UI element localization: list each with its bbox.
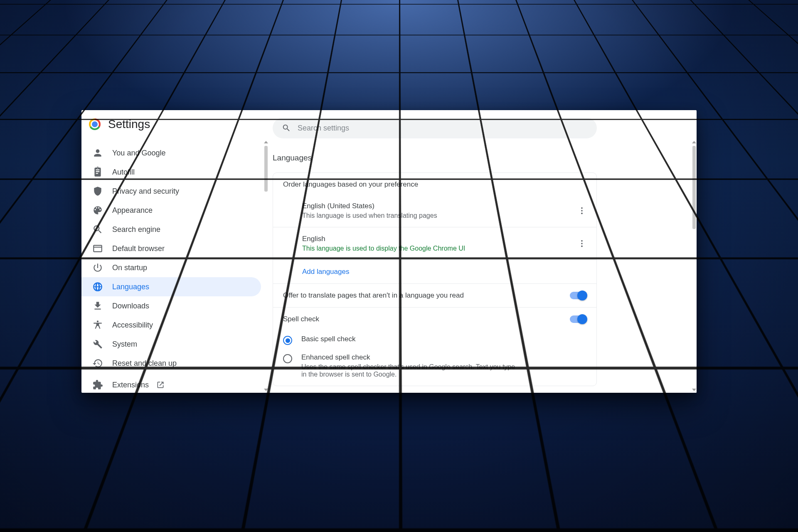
- restore-icon: [92, 358, 103, 369]
- search-settings[interactable]: [273, 118, 597, 138]
- app-brand: Settings: [89, 118, 150, 131]
- add-languages-row[interactable]: Add languages: [273, 260, 596, 283]
- language-row-0: English (United States) This language is…: [273, 196, 596, 227]
- sidebar-item-label: Languages: [112, 283, 149, 291]
- enhanced-spellcheck-desc: Uses the same spell checker that's used …: [301, 363, 517, 378]
- sidebar-item-autofill[interactable]: Autofill: [81, 163, 261, 182]
- sidebar-item-label: Autofill: [112, 168, 135, 177]
- order-header-label: Order languages based on your preference: [283, 180, 418, 189]
- sidebar-item-label: Privacy and security: [112, 187, 179, 196]
- sidebar-scrollbar[interactable]: [264, 140, 268, 393]
- enhanced-spellcheck-radio[interactable]: [283, 354, 292, 363]
- sidebar-item-label: Accessibility: [112, 321, 153, 330]
- settings-sidebar: You and Google Autofill Privacy and secu…: [81, 110, 268, 393]
- sidebar-item-reset[interactable]: Reset and clean up: [81, 354, 261, 373]
- svg-point-0: [581, 207, 583, 209]
- search-icon: [92, 224, 103, 235]
- palette-icon: [92, 205, 103, 216]
- svg-point-4: [581, 243, 583, 244]
- spellcheck-toggle[interactable]: [570, 315, 586, 323]
- sidebar-item-downloads[interactable]: Downloads: [81, 296, 261, 315]
- browser-icon: [92, 243, 103, 254]
- power-icon: [92, 262, 103, 273]
- shield-icon: [92, 186, 103, 197]
- language-note: This language is used to display the Goo…: [302, 245, 465, 252]
- search-input[interactable]: [298, 124, 588, 133]
- basic-spellcheck-radio[interactable]: [283, 336, 292, 345]
- clipboard-icon: [92, 167, 103, 177]
- language-note: This language is used when translating p…: [302, 212, 437, 219]
- translate-toggle-row: Offer to translate pages that aren't in …: [273, 283, 596, 307]
- more-vert-icon[interactable]: [577, 239, 586, 248]
- svg-point-1: [581, 210, 583, 212]
- language-row-1: English This language is used to display…: [273, 227, 596, 260]
- sidebar-item-privacy[interactable]: Privacy and security: [81, 182, 261, 201]
- wrench-icon: [92, 339, 103, 350]
- enhanced-spellcheck-label: Enhanced spell check: [301, 353, 517, 362]
- language-name: English: [302, 235, 465, 243]
- translate-toggle[interactable]: [570, 292, 586, 299]
- settings-content: Languages Order languages based on your …: [268, 110, 697, 393]
- spellcheck-toggle-row: Spell check: [273, 307, 596, 331]
- languages-card: Order languages based on your preference…: [273, 172, 597, 386]
- svg-point-5: [581, 246, 583, 247]
- accessibility-icon: [92, 320, 103, 330]
- sidebar-item-search-engine[interactable]: Search engine: [81, 220, 261, 239]
- more-vert-icon[interactable]: [577, 206, 586, 215]
- sidebar-item-label: Reset and clean up: [112, 359, 177, 368]
- sidebar-item-appearance[interactable]: Appearance: [81, 201, 261, 220]
- order-header-row: Order languages based on your preference: [273, 173, 596, 196]
- app-title: Settings: [108, 118, 150, 131]
- sidebar-item-default-browser[interactable]: Default browser: [81, 239, 261, 258]
- sidebar-item-label: On startup: [112, 264, 147, 272]
- spellcheck-label: Spell check: [283, 315, 319, 323]
- person-icon: [92, 148, 103, 158]
- translate-label: Offer to translate pages that aren't in …: [283, 291, 464, 300]
- open-in-new-icon: [156, 381, 165, 389]
- chrome-logo-icon: [89, 118, 101, 130]
- basic-spellcheck-label: Basic spell check: [301, 335, 355, 343]
- sidebar-item-on-startup[interactable]: On startup: [81, 258, 261, 277]
- sidebar-item-extensions[interactable]: Extensions: [81, 375, 261, 393]
- sidebar-item-label: Search engine: [112, 225, 160, 234]
- add-languages-link[interactable]: Add languages: [302, 268, 349, 276]
- sidebar-item-label: System: [112, 340, 137, 349]
- language-name: English (United States): [302, 202, 437, 210]
- sidebar-item-system[interactable]: System: [81, 335, 261, 354]
- sidebar-item-label: Default browser: [112, 244, 165, 253]
- sidebar-item-label: Downloads: [112, 302, 149, 310]
- svg-point-2: [581, 213, 583, 214]
- sidebar-item-you-and-google[interactable]: You and Google: [81, 143, 261, 163]
- settings-window: Settings You and Google Autofill Privacy…: [81, 110, 697, 393]
- content-scrollbar[interactable]: [692, 140, 697, 393]
- section-title: Languages: [273, 153, 682, 163]
- sidebar-item-languages[interactable]: Languages: [81, 277, 261, 296]
- sidebar-item-label: You and Google: [112, 149, 165, 158]
- search-icon: [282, 123, 291, 133]
- sidebar-item-label: Extensions: [112, 381, 149, 389]
- globe-icon: [92, 281, 103, 292]
- sidebar-item-accessibility[interactable]: Accessibility: [81, 315, 261, 335]
- svg-point-3: [581, 240, 583, 242]
- extension-icon: [92, 379, 103, 390]
- download-icon: [92, 300, 103, 311]
- basic-spellcheck-row[interactable]: Basic spell check: [273, 331, 596, 349]
- sidebar-item-label: Appearance: [112, 206, 153, 215]
- enhanced-spellcheck-row[interactable]: Enhanced spell check Uses the same spell…: [273, 349, 596, 386]
